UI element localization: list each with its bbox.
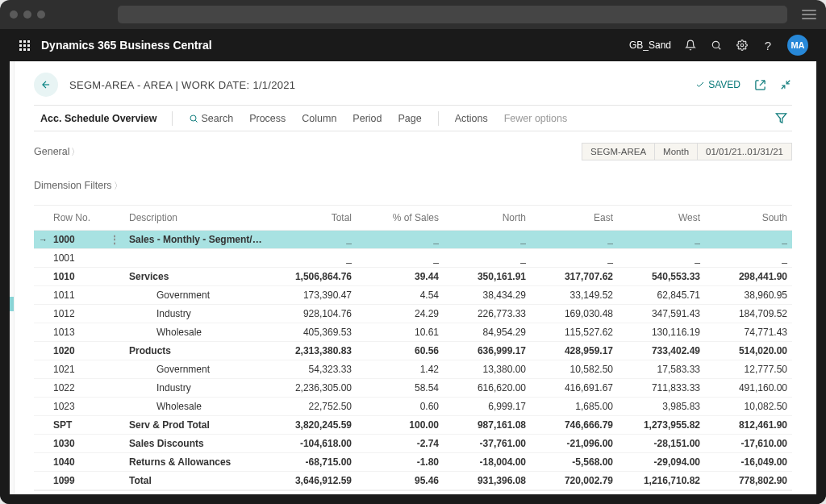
row-actions-icon[interactable]	[105, 305, 124, 323]
table-row[interactable]: 1013Wholesale405,369.5310.6184,954.29115…	[34, 323, 792, 342]
row-actions-icon[interactable]	[105, 472, 124, 490]
url-bar[interactable]	[118, 6, 787, 23]
cmd-fewer-options[interactable]: Fewer options	[496, 111, 576, 126]
row-selection-marker	[10, 297, 14, 311]
table-row[interactable]: 1021Government54,323.331.4213,380.0010,5…	[34, 360, 792, 379]
cell-description: Wholesale	[124, 323, 269, 342]
filter-icon[interactable]	[770, 110, 792, 126]
notifications-icon[interactable]	[684, 39, 697, 52]
cell-value: 13,380.00	[444, 360, 531, 379]
tab-overview[interactable]: Acc. Schedule Overview	[34, 111, 164, 126]
app-launcher-icon[interactable]	[19, 40, 30, 51]
collapse-icon[interactable]	[779, 78, 792, 91]
cell-value: 812,461.90	[705, 416, 792, 435]
section-general[interactable]: General〉	[34, 146, 80, 158]
cell-description: Total	[124, 472, 269, 490]
col-west[interactable]: West	[618, 206, 705, 231]
cell-value: 10,082.50	[705, 398, 792, 416]
row-actions-icon[interactable]	[105, 249, 124, 268]
cell-value: _	[705, 231, 792, 249]
cell-value: _	[357, 231, 444, 249]
cell-value: 491,160.00	[705, 379, 792, 398]
section-dimension-filters[interactable]: Dimension Filters〉	[34, 180, 123, 191]
settings-icon[interactable]	[736, 39, 749, 52]
avatar[interactable]: MA	[787, 35, 808, 56]
col-pct-sales[interactable]: % of Sales	[357, 206, 444, 231]
cell-rowno: 1011	[48, 286, 105, 305]
back-button[interactable]	[34, 73, 58, 97]
col-east[interactable]: East	[531, 206, 618, 231]
table-row[interactable]: 1040Returns & Allowances-68,715.00-1.80-…	[34, 453, 792, 472]
cell-rowno: 1099	[48, 472, 105, 490]
cmd-column[interactable]: Column	[294, 111, 344, 126]
share-icon[interactable]	[753, 78, 766, 91]
cell-rowno: 1040	[48, 453, 105, 472]
table-row[interactable]: 1001______	[34, 249, 792, 268]
close-window-icon[interactable]	[10, 10, 18, 19]
col-description[interactable]: Description	[124, 206, 269, 231]
chevron-right-icon: 〉	[114, 181, 123, 190]
cell-value: 39.44	[357, 268, 444, 286]
col-north[interactable]: North	[444, 206, 531, 231]
cmd-period[interactable]: Period	[344, 111, 390, 126]
row-actions-icon[interactable]	[105, 379, 124, 398]
row-actions-icon[interactable]	[105, 268, 124, 286]
row-actions-icon[interactable]	[105, 435, 124, 453]
cell-value: 733,402.49	[618, 342, 705, 360]
cmd-page[interactable]: Page	[390, 111, 430, 126]
cell-value: 350,161.91	[444, 268, 531, 286]
cmd-actions[interactable]: Actions	[447, 111, 496, 126]
cell-value: _	[531, 231, 618, 249]
help-icon[interactable]: ?	[761, 39, 774, 52]
grid-header-row: Row No. Description Total % of Sales Nor…	[34, 206, 792, 231]
table-row[interactable]: 1020Products2,313,380.8360.56636,999.174…	[34, 342, 792, 360]
row-actions-icon[interactable]	[105, 416, 124, 435]
row-actions-icon[interactable]	[105, 286, 124, 305]
row-actions-icon[interactable]	[105, 323, 124, 342]
browser-menu-icon[interactable]	[802, 10, 816, 19]
row-indicator	[34, 398, 48, 416]
table-row[interactable]: →1000⋮Sales - Monthly - Segment/Area____…	[34, 231, 792, 249]
pill-daterange[interactable]: 01/01/21..01/31/21	[698, 143, 792, 160]
minimize-window-icon[interactable]	[23, 10, 31, 19]
row-indicator	[34, 453, 48, 472]
col-rowno[interactable]: Row No.	[48, 206, 105, 231]
maximize-window-icon[interactable]	[37, 10, 45, 19]
col-south[interactable]: South	[705, 206, 792, 231]
table-row[interactable]: 1011Government173,390.474.5438,434.2933,…	[34, 286, 792, 305]
table-row[interactable]: 1023Wholesale22,752.500.606,999.171,685.…	[34, 398, 792, 416]
col-total[interactable]: Total	[269, 206, 357, 231]
environment-label[interactable]: GB_Sand	[629, 40, 671, 51]
cell-value: 2,236,305.00	[269, 379, 357, 398]
table-row[interactable]: 1022Industry2,236,305.0058.54616,620.004…	[34, 379, 792, 398]
cell-value: -37,761.00	[444, 435, 531, 453]
cell-value: 1,506,864.76	[269, 268, 357, 286]
cell-value: 12,777.50	[705, 360, 792, 379]
table-row[interactable]: 1012Industry928,104.7624.29226,773.33169…	[34, 305, 792, 323]
row-actions-icon[interactable]	[105, 360, 124, 379]
cell-value: 540,553.33	[618, 268, 705, 286]
row-actions-icon[interactable]	[105, 398, 124, 416]
page-title: SEGM-AREA - AREA | WORK DATE: 1/1/2021	[69, 79, 295, 91]
cell-value: 184,709.52	[705, 305, 792, 323]
cell-value: -1.80	[357, 453, 444, 472]
cell-rowno: 1022	[48, 379, 105, 398]
table-row[interactable]: 1010Services1,506,864.7639.44350,161.913…	[34, 268, 792, 286]
table-row[interactable]: 1099Total3,646,912.5995.46931,396.08720,…	[34, 472, 792, 490]
table-row[interactable]: 1030Sales Discounts-104,618.00-2.74-37,7…	[34, 435, 792, 453]
search-label: Search	[202, 113, 234, 124]
row-indicator	[34, 416, 48, 435]
cell-value: 711,833.33	[618, 379, 705, 398]
cell-value: 1,273,955.82	[618, 416, 705, 435]
row-actions-icon[interactable]	[105, 453, 124, 472]
pill-schedule[interactable]: SEGM-AREA	[582, 143, 655, 160]
cell-value: 778,802.90	[705, 472, 792, 490]
pill-period[interactable]: Month	[655, 143, 698, 160]
table-row[interactable]: SPTServ & Prod Total3,820,245.59100.0098…	[34, 416, 792, 435]
row-actions-icon[interactable]: ⋮	[105, 231, 124, 249]
search-command[interactable]: Search	[181, 111, 242, 126]
row-actions-icon[interactable]	[105, 342, 124, 360]
row-indicator	[34, 342, 48, 360]
search-icon[interactable]	[710, 39, 723, 52]
cmd-process[interactable]: Process	[241, 111, 294, 126]
